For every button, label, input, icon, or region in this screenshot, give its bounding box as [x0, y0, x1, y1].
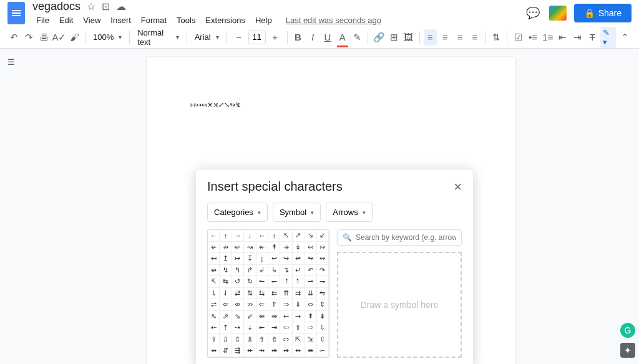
char-cell[interactable]: ↴ [280, 265, 292, 277]
char-cell[interactable]: ↘ [305, 230, 316, 242]
text-color-icon[interactable]: A [336, 29, 349, 46]
arrows-filter[interactable]: Arrows [326, 203, 372, 222]
char-cell[interactable]: ↪ [280, 253, 292, 265]
char-cell[interactable]: ⇬ [232, 334, 244, 346]
char-cell[interactable]: ↧ [244, 253, 256, 265]
share-button[interactable]: 🔒 Share [574, 4, 632, 22]
categories-filter[interactable]: Categories [207, 203, 268, 222]
search-input[interactable] [356, 233, 456, 242]
char-cell[interactable]: ← [208, 230, 220, 242]
last-edit-link[interactable]: Last edit was seconds ago [286, 16, 381, 25]
menu-file[interactable]: File [32, 14, 53, 26]
move-icon[interactable]: ⊡ [102, 1, 110, 12]
menu-edit[interactable]: Edit [56, 14, 77, 26]
char-cell[interactable]: ⇇ [268, 288, 280, 300]
char-cell[interactable]: ⇝ [293, 311, 305, 323]
indent-increase-icon[interactable]: ⇥ [571, 29, 585, 46]
char-cell[interactable]: ⇮ [256, 334, 268, 346]
char-cell[interactable]: ⇒ [280, 299, 292, 311]
clear-format-icon[interactable]: T [585, 29, 599, 46]
char-cell[interactable]: ⇚ [256, 311, 268, 323]
bullet-list-icon[interactable]: •≡ [526, 29, 540, 46]
char-cell[interactable]: ⇳ [317, 334, 329, 346]
comment-icon[interactable]: ⊞ [387, 29, 401, 46]
spellcheck-icon[interactable]: A✓ [52, 29, 66, 46]
char-cell[interactable]: ↯ [220, 265, 232, 277]
docs-logo-icon[interactable] [7, 2, 25, 24]
bold-icon[interactable]: B [291, 29, 305, 46]
char-cell[interactable]: ⇂ [208, 288, 220, 300]
symbol-filter[interactable]: Symbol [273, 203, 321, 222]
char-cell[interactable]: ⇈ [280, 288, 292, 300]
char-cell[interactable]: ⇸ [256, 345, 268, 357]
char-cell[interactable]: → [232, 230, 244, 242]
menu-insert[interactable]: Insert [107, 14, 135, 26]
grammarly-icon[interactable]: G [620, 323, 635, 338]
char-cell[interactable]: ↽ [268, 276, 280, 288]
collapse-toolbar-icon[interactable]: ⌃ [618, 29, 632, 46]
draw-area[interactable]: Draw a symbol here [337, 252, 462, 358]
char-cell[interactable]: ↾ [280, 276, 292, 288]
italic-icon[interactable]: I [306, 29, 320, 46]
char-cell[interactable]: ⇆ [256, 288, 268, 300]
char-cell[interactable]: ↿ [293, 276, 305, 288]
char-cell[interactable]: ⇓ [293, 299, 305, 311]
char-cell[interactable]: ⇩ [317, 322, 329, 334]
char-cell[interactable]: ↶ [305, 265, 316, 277]
checklist-icon[interactable]: ☑ [511, 29, 525, 46]
char-cell[interactable]: ⇉ [293, 288, 305, 300]
char-cell[interactable]: ↦ [232, 253, 244, 265]
char-cell[interactable]: ⇏ [244, 299, 256, 311]
char-cell[interactable]: ↓ [244, 230, 256, 242]
char-cell[interactable]: ↢ [305, 242, 316, 254]
char-cell[interactable]: ⇕ [317, 299, 329, 311]
char-cell[interactable]: ⇭ [244, 334, 256, 346]
char-cell[interactable]: ↸ [208, 276, 220, 288]
char-cell[interactable]: ⇫ [220, 334, 232, 346]
char-cell[interactable]: ⇖ [208, 311, 220, 323]
char-cell[interactable]: ⇌ [208, 299, 220, 311]
char-cell[interactable]: ↕ [268, 230, 280, 242]
char-cell[interactable]: ↰ [232, 265, 244, 277]
char-cell[interactable]: ↚ [208, 242, 220, 254]
char-cell[interactable]: ⇙ [244, 311, 256, 323]
char-cell[interactable]: ⇲ [305, 334, 316, 346]
align-left-icon[interactable]: ≡ [424, 29, 437, 46]
align-justify-icon[interactable]: ≡ [468, 29, 482, 46]
char-cell[interactable]: ↱ [244, 265, 256, 277]
font-size-plus-icon[interactable]: + [267, 29, 283, 46]
explore-icon[interactable]: ✦ [620, 343, 635, 358]
font-size-minus-icon[interactable]: − [231, 29, 247, 46]
menu-view[interactable]: View [79, 14, 104, 26]
document-text[interactable]: ↦↣↢⤧⤨⤢⤡↬↯ [190, 101, 471, 109]
cloud-icon[interactable]: ☁ [116, 1, 126, 12]
font-size-input[interactable] [248, 31, 266, 44]
outline-toggle-icon[interactable]: ☰ [0, 49, 22, 364]
char-cell[interactable]: ⇺ [280, 345, 292, 357]
char-cell[interactable]: ↤ [208, 253, 220, 265]
char-cell[interactable]: ⇠ [208, 322, 220, 334]
char-cell[interactable]: ↫ [293, 253, 305, 265]
char-cell[interactable]: ⇗ [220, 311, 232, 323]
link-icon[interactable]: 🔗 [372, 29, 386, 46]
char-cell[interactable]: ↺ [232, 276, 244, 288]
redo-icon[interactable]: ↷ [22, 29, 36, 46]
star-icon[interactable]: ☆ [87, 1, 95, 12]
char-cell[interactable]: ↵ [293, 265, 305, 277]
print-icon[interactable]: 🖶 [37, 29, 51, 46]
char-cell[interactable]: ⇪ [208, 334, 220, 346]
menu-tools[interactable]: Tools [173, 14, 199, 26]
char-cell[interactable]: ⇽ [317, 345, 329, 357]
indent-decrease-icon[interactable]: ⇤ [556, 29, 570, 46]
char-cell[interactable]: ⇊ [305, 288, 316, 300]
char-cell[interactable]: ⇴ [208, 345, 220, 357]
char-cell[interactable]: ↷ [317, 265, 329, 277]
char-cell[interactable]: ⇑ [268, 299, 280, 311]
char-cell[interactable]: ⇰ [280, 334, 292, 346]
char-cell[interactable]: ↮ [208, 265, 220, 277]
char-cell[interactable]: ⇟ [317, 311, 329, 323]
char-cell[interactable]: ⇋ [317, 288, 329, 300]
char-cell[interactable]: ⇵ [220, 345, 232, 357]
doc-title[interactable]: vegadocs [32, 0, 80, 13]
numbered-list-icon[interactable]: 1≡ [541, 29, 555, 46]
